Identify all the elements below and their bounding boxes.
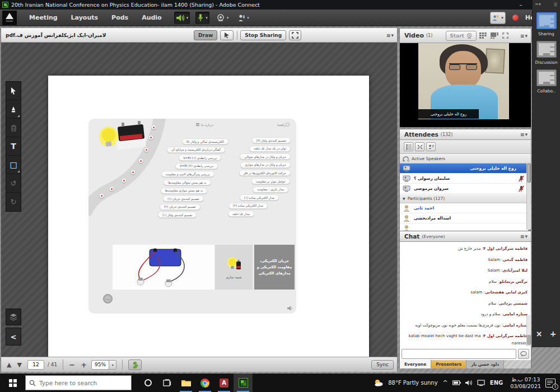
adobe-connect-taskbar-button[interactable] bbox=[234, 374, 253, 392]
menu-meeting[interactable]: Meeting bbox=[22, 10, 64, 26]
microphone-caret-icon[interactable]: ▾ bbox=[206, 16, 208, 20]
lesson-pill[interactable]: حرکت کاتوره‌ای الکترون‌ها در فلز bbox=[239, 170, 291, 176]
layout-trash-icon[interactable] bbox=[553, 2, 558, 7]
shape-tool-button[interactable]: □ bbox=[6, 156, 21, 174]
collapse-toolbar-button[interactable]: < bbox=[6, 328, 21, 346]
undo-button[interactable]: ↺ bbox=[6, 174, 21, 193]
lesson-pill[interactable]: الکتریسیته‌ی ساکن و ولتاژ بالا bbox=[182, 138, 228, 144]
zoom-caret-icon[interactable]: ▾ bbox=[109, 361, 116, 369]
attendee-row[interactable]: سروان مرموضی bbox=[400, 184, 528, 194]
chat-pod-menu-icon[interactable]: ≡▾ bbox=[520, 234, 528, 239]
clock[interactable]: 07:13 ب.ظ 03/08/2021 bbox=[510, 376, 541, 390]
action-center-icon[interactable]: 1 bbox=[545, 379, 556, 388]
menu-audio[interactable]: Audio bbox=[135, 10, 169, 26]
lesson-pill[interactable]: بررسی رابطه‌ی V=RI (۲) bbox=[175, 163, 218, 169]
layers-button[interactable] bbox=[6, 309, 21, 325]
grid-view-icon[interactable] bbox=[479, 32, 488, 40]
layout-thumbnail-icon[interactable] bbox=[536, 69, 557, 86]
zoom-in-button[interactable]: + bbox=[81, 361, 87, 369]
attendees-scrollbar[interactable] bbox=[526, 164, 530, 230]
chat-tab-0[interactable]: Everyone bbox=[400, 360, 431, 368]
lesson-pill[interactable]: بررسی رابطه‌ی V=RI (۱) bbox=[179, 155, 221, 161]
lesson-pill[interactable]: تقسیم کننده‌ی ولتاژ (۱) bbox=[158, 212, 197, 218]
task-view-button[interactable] bbox=[157, 374, 176, 392]
chat-scrollbar[interactable] bbox=[526, 315, 530, 346]
lesson-pill[interactable]: مدار تک حلقه bbox=[228, 211, 254, 217]
zoom-out-button[interactable]: − bbox=[69, 361, 75, 369]
lesson-pill[interactable]: جریان و ولتاژ در مدارهای موازی bbox=[240, 162, 291, 168]
chat-tab-2[interactable]: داود حسن یار bbox=[466, 360, 504, 368]
delete-annotation-button[interactable] bbox=[6, 119, 21, 137]
breakout-view-button[interactable] bbox=[415, 142, 424, 151]
taskbar-search[interactable] bbox=[25, 375, 132, 390]
network-icon[interactable] bbox=[477, 380, 485, 386]
draw-button[interactable]: Draw bbox=[194, 30, 217, 40]
status-caret-icon[interactable]: ▾ bbox=[247, 16, 249, 20]
layout-item-sharing[interactable]: Sharing bbox=[533, 12, 560, 36]
attendees-scrollbar-thumb[interactable] bbox=[527, 164, 531, 183]
lesson-pill[interactable]: تقسیم کننده‌ی ولتاژ (۳) bbox=[252, 137, 291, 143]
previous-page-button[interactable]: ▲ bbox=[7, 361, 11, 368]
weather-label[interactable]: 88°F Partly sunny bbox=[388, 380, 437, 386]
marker-tool-button[interactable] bbox=[6, 100, 21, 119]
participant-row[interactable]: اسداله مرادبخشی bbox=[400, 213, 528, 223]
webcam-caret-icon[interactable]: ▾ bbox=[227, 16, 229, 20]
menu-pods[interactable]: Pods bbox=[105, 10, 135, 26]
webcam-button[interactable]: ▾ bbox=[215, 12, 231, 24]
attendees-pod-menu-icon[interactable]: ≡▾ bbox=[520, 132, 528, 137]
circuit-photo-panel[interactable] bbox=[113, 245, 214, 290]
redo-button[interactable]: ↻ bbox=[6, 193, 21, 211]
sync-button[interactable]: Sync bbox=[371, 360, 394, 370]
minimize-button[interactable]: – bbox=[513, 0, 529, 10]
language-indicator[interactable]: ENG bbox=[490, 380, 503, 386]
lesson-pill[interactable]: مدار الکتریکی ساده (۱) bbox=[240, 194, 279, 200]
layout-menu-icon[interactable]: ≡▾ bbox=[535, 2, 541, 7]
layout-item-collabo[interactable]: Collabo.. bbox=[533, 69, 560, 94]
microphone-button[interactable]: ▾ bbox=[195, 12, 209, 24]
speaker-caret-icon[interactable]: ▾ bbox=[186, 16, 189, 20]
layout-item-discussion[interactable]: Discussion bbox=[533, 41, 560, 65]
lesson-pill[interactable]: بررسی ویژگی‌های لامپ و مقاومت bbox=[161, 171, 214, 177]
video-pod-menu-icon[interactable]: ≡▾ bbox=[520, 33, 528, 39]
hand-caret-icon[interactable]: ▾ bbox=[501, 16, 503, 20]
page-number-input[interactable] bbox=[27, 360, 44, 370]
menu-layouts[interactable]: Layouts bbox=[64, 10, 105, 26]
lesson-pill[interactable]: جریان و ولتاژ در مدارهای متوالی bbox=[240, 153, 291, 160]
text-tool-button[interactable]: T bbox=[6, 137, 21, 156]
attendee-list-view-button[interactable] bbox=[404, 142, 413, 151]
layout-close-icon[interactable]: × bbox=[536, 329, 543, 338]
layout-add-icon[interactable]: + bbox=[550, 329, 557, 338]
stop-sharing-button[interactable]: Stop Sharing bbox=[240, 30, 286, 40]
search-input[interactable] bbox=[39, 380, 123, 386]
collapse-triangle-icon[interactable]: ▼ bbox=[403, 197, 405, 200]
lesson-pill[interactable]: آهنگی درباره‌ی الکتریسیته و مزایای آن bbox=[167, 147, 225, 153]
next-page-button[interactable]: ▼ bbox=[17, 361, 21, 368]
attendee-status-view-button[interactable] bbox=[426, 142, 436, 151]
participants-header[interactable]: ▼ Participants (127) bbox=[400, 194, 531, 203]
chrome-button[interactable] bbox=[195, 374, 214, 392]
simulation-panel[interactable]: شبیه سازی bbox=[215, 245, 253, 290]
chat-scrollbar-thumb[interactable] bbox=[527, 335, 531, 345]
pan-tool-button[interactable] bbox=[128, 360, 142, 370]
chat-tab-1[interactable]: Presenters bbox=[431, 360, 466, 368]
weather-icon[interactable] bbox=[374, 379, 383, 386]
speaker-button[interactable]: ▾ bbox=[174, 12, 190, 24]
status-button[interactable]: ▾ bbox=[236, 12, 251, 24]
video-fullscreen-icon[interactable] bbox=[501, 32, 510, 40]
participant-row[interactable]: احمد ثانی bbox=[400, 203, 528, 213]
hand-status-button[interactable]: ▾ bbox=[490, 12, 506, 24]
lesson-pill[interactable]: به هم بستن موازی مقاومت‌ها bbox=[161, 188, 208, 194]
topic-panel[interactable]: جریان الکتریکی، مقاومت الکتریکی و مدارها… bbox=[254, 245, 295, 290]
chat-send-button[interactable] bbox=[518, 349, 529, 359]
lesson-pill[interactable]: تقسیم کننده‌ی جریان (۱) bbox=[163, 195, 204, 202]
volume-icon[interactable] bbox=[465, 380, 473, 386]
slide-audio-icon[interactable] bbox=[287, 306, 293, 312]
access-button[interactable]: A bbox=[214, 374, 234, 392]
share-pod-menu-icon[interactable]: ≡▾ bbox=[386, 32, 394, 38]
select-tool-button[interactable] bbox=[6, 82, 21, 100]
lesson-pill[interactable]: مدار الکتریکی ساده (۲) bbox=[228, 203, 268, 209]
attendee-row[interactable]: روح اله خلیلی بروجنی bbox=[400, 164, 528, 174]
attendee-row[interactable]: سلیمان رسولی ؟ bbox=[400, 174, 528, 184]
hidden-icons-caret[interactable]: ^ bbox=[443, 379, 448, 386]
file-explorer-button[interactable] bbox=[176, 374, 195, 392]
